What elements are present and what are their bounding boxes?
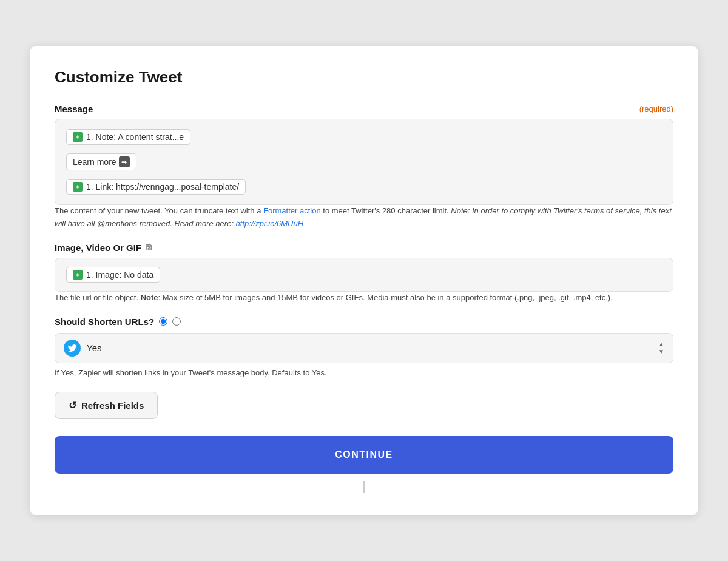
spreadsheet-icon-2 [73, 182, 83, 192]
customize-tweet-modal: Customize Tweet Message (required) [30, 46, 698, 514]
message-token-1[interactable]: 1. Note: A content strat...e [66, 129, 662, 145]
link-token-text: 1. Link: https://venngag...posal-templat… [86, 182, 239, 192]
message-desc-part2: to meet Twitter's 280 character limit. [321, 206, 451, 215]
message-label: Message [55, 104, 93, 114]
bottom-divider [363, 481, 365, 493]
shorten-urls-section: Should Shorten URLs? Yes ▲ ▼ If Yes, Zap… [55, 317, 673, 377]
message-box[interactable]: 1. Note: A content strat...e Learn more … [55, 119, 673, 205]
refresh-label: Refresh Fields [81, 400, 144, 411]
learn-more-label: Learn more [73, 157, 116, 167]
shorten-label: Should Shorten URLs? [55, 317, 154, 327]
shorten-label-row: Should Shorten URLs? [55, 317, 673, 327]
shorten-select-box[interactable]: Yes ▲ ▼ [55, 333, 673, 363]
message-field-section: Message (required) 1. Note: A content st… [55, 104, 673, 230]
shorten-description: If Yes, Zapier will shorten links in you… [55, 368, 673, 377]
learn-more-row: Learn more ➡ [66, 153, 662, 170]
modal-title: Customize Tweet [55, 68, 673, 87]
image-token-chip[interactable]: 1. Image: No data [66, 267, 160, 283]
arrow-box-icon: ➡ [119, 156, 130, 167]
shorten-radio-group [159, 317, 181, 326]
image-label-row: Image, Video Or GIF 🖺 [55, 243, 673, 253]
stepper-icon[interactable]: ▲ ▼ [658, 341, 664, 355]
spreadsheet-icon-3 [73, 270, 83, 280]
image-label: Image, Video Or GIF 🖺 [55, 243, 153, 253]
image-token-text: 1. Image: No data [86, 270, 153, 280]
spreadsheet-icon-1 [73, 132, 83, 142]
link-token-chip[interactable]: 1. Link: https://venngag...posal-templat… [66, 179, 246, 195]
message-description: The content of your new tweet. You can t… [55, 205, 673, 230]
zpr-link[interactable]: http://zpr.io/6MUuH [236, 219, 304, 228]
message-label-row: Message (required) [55, 104, 673, 114]
refresh-fields-button[interactable]: ↺ Refresh Fields [55, 392, 158, 419]
image-desc-bold: Note [141, 293, 158, 302]
message-desc-part1: The content of your new tweet. You can t… [55, 206, 263, 215]
shorten-radio-yes[interactable] [159, 317, 167, 326]
shorten-select-value: Yes [87, 343, 652, 353]
image-box[interactable]: 1. Image: No data [55, 258, 673, 292]
image-info-icon[interactable]: 🖺 [145, 243, 153, 252]
twitter-bird-icon [64, 340, 81, 357]
required-badge: (required) [639, 104, 673, 113]
image-description: The file url or file object. Note: Max s… [55, 292, 673, 304]
message-token-2[interactable]: 1. Link: https://venngag...posal-templat… [66, 179, 662, 195]
refresh-icon: ↺ [69, 400, 76, 411]
continue-button[interactable]: CONTINUE [55, 436, 673, 474]
formatter-action-link[interactable]: Formatter action [263, 206, 321, 215]
note-token-chip[interactable]: 1. Note: A content strat...e [66, 129, 190, 145]
shorten-radio-no[interactable] [172, 317, 181, 326]
image-field-section: Image, Video Or GIF 🖺 1. Image: No data … [55, 243, 673, 304]
learn-more-button[interactable]: Learn more ➡ [66, 153, 136, 170]
note-token-text: 1. Note: A content strat...e [86, 132, 184, 142]
